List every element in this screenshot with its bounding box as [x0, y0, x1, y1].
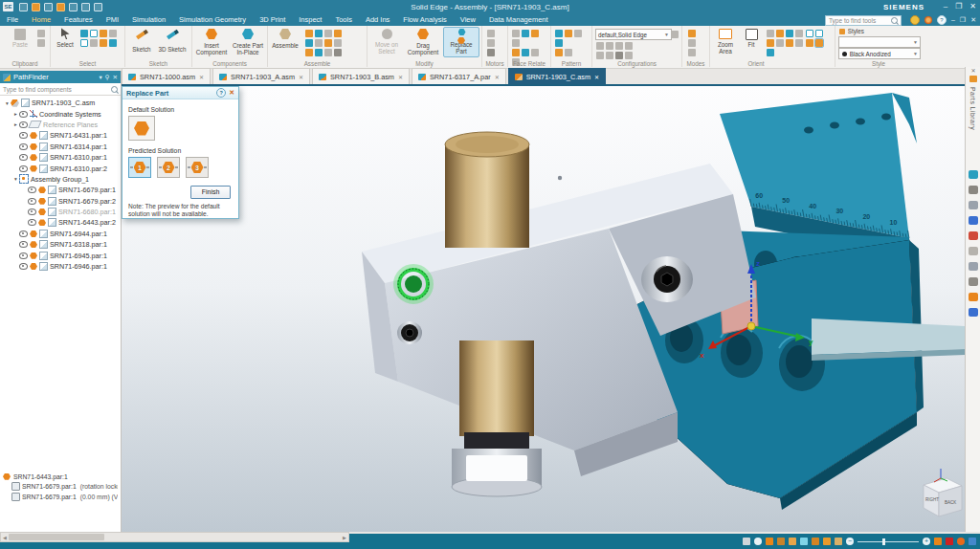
assemble-relationship-icon[interactable] [324, 39, 332, 47]
restore-button[interactable]: ❐ [955, 2, 962, 11]
zoom-select-icon[interactable] [754, 538, 762, 545]
tab-close-icon[interactable]: ✕ [495, 74, 500, 80]
visibility-eye-icon[interactable] [19, 165, 28, 172]
assemble-relationship-icon[interactable] [324, 30, 332, 37]
settings-icon[interactable] [69, 3, 78, 11]
simplify-icon[interactable] [969, 262, 978, 271]
help-icon[interactable]: ? [937, 15, 947, 25]
rotary-motor-icon[interactable] [487, 30, 495, 37]
select-prior-icon[interactable] [100, 30, 107, 37]
orient-view-icon[interactable] [767, 49, 774, 56]
dimetric-view-icon[interactable] [815, 30, 823, 37]
parts-library-tab-icon[interactable] [969, 76, 977, 82]
assemble-relationship-icon[interactable] [305, 30, 313, 37]
tree-item[interactable]: SRN71-6431.par:1 [0, 130, 121, 141]
face-relate-icon[interactable] [522, 49, 529, 56]
visibility-eye-icon[interactable] [28, 198, 36, 205]
iso-view-icon[interactable] [806, 30, 813, 37]
pathfinder-collapse-icon[interactable]: ▾ [100, 74, 102, 81]
face-relate-icon[interactable] [512, 39, 520, 47]
zoom-in-icon[interactable]: + [923, 538, 930, 545]
configuration-icon[interactable] [596, 52, 604, 59]
menu-tab-data-management[interactable]: Data Management [482, 13, 555, 27]
select-all-icon[interactable] [109, 30, 117, 37]
visibility-eye-icon[interactable] [28, 187, 36, 193]
face-relate-icon[interactable] [512, 30, 520, 37]
record-icon[interactable] [946, 538, 953, 545]
finish-button[interactable]: Finish [190, 186, 231, 199]
assemble-relationship-icon[interactable] [305, 49, 313, 56]
select-mode-icon[interactable] [80, 30, 88, 37]
document-tab[interactable]: SRN71-1903_B.asm✕ [312, 68, 410, 85]
dialog-close-icon[interactable]: ✕ [229, 89, 234, 97]
menu-tab-file[interactable]: File [0, 13, 25, 27]
visibility-eye-icon[interactable] [19, 253, 28, 259]
learning-icon[interactable] [924, 16, 932, 24]
expander-icon[interactable]: ▾ [4, 100, 11, 106]
save-icon[interactable] [44, 3, 53, 11]
sketch-button[interactable]: Sketch [127, 28, 156, 54]
face-relate-icon[interactable] [512, 49, 520, 56]
pattern-icon[interactable] [555, 49, 563, 56]
view-cube[interactable]: RIGHT BACK [924, 469, 962, 516]
visibility-eye-icon[interactable] [19, 263, 28, 270]
alerts-icon[interactable] [957, 538, 965, 545]
model-mode-icon[interactable] [688, 39, 696, 47]
tree-item[interactable]: SRN71-6318.par:1 [0, 239, 121, 250]
help-icon[interactable] [969, 308, 978, 317]
menu-tab-add-ins[interactable]: Add Ins [359, 13, 396, 27]
orient-view-icon[interactable] [795, 30, 803, 37]
expander-icon[interactable]: ▾ [12, 176, 19, 182]
select-body-icon[interactable] [109, 39, 117, 47]
tree-item[interactable]: SRN71-6443.par:2 [0, 217, 121, 228]
menu-tab-view[interactable]: View [454, 13, 482, 27]
zoom-area-button[interactable]: Zoom Area [712, 28, 739, 55]
parts-library-title[interactable]: Parts Library [969, 87, 976, 130]
move-on-select-button[interactable]: Move on Select [369, 28, 404, 55]
orient-view-icon[interactable] [767, 39, 774, 47]
motor-group-icon[interactable] [487, 49, 495, 56]
tree-item[interactable]: SRN71-6679.par:2 [0, 196, 121, 207]
orient-view-icon[interactable] [786, 30, 793, 37]
document-tab[interactable]: SRN71-1903_A.asm✕ [212, 68, 310, 85]
select-clear-icon[interactable] [90, 39, 98, 47]
doc-close-button[interactable]: ✕ [970, 16, 976, 24]
configuration-icon[interactable] [596, 42, 604, 50]
shaft-bottom-part[interactable] [452, 340, 542, 496]
document-tab[interactable]: SRN71-1000.asm✕ [122, 68, 211, 85]
zoom-out-icon[interactable]: − [846, 538, 854, 545]
menu-tab-features[interactable]: Features [57, 13, 100, 27]
print-icon[interactable] [56, 3, 65, 11]
face-relate-icon[interactable] [522, 30, 529, 37]
doc-minimize-button[interactable]: – [951, 16, 955, 24]
configuration-icon[interactable] [606, 42, 613, 50]
view-style-dropdown[interactable]: ▼ [838, 36, 921, 48]
pathfinder-close-icon[interactable]: ✕ [113, 74, 118, 81]
zoom-area-icon[interactable] [766, 538, 773, 545]
fit-button[interactable]: Fit [741, 28, 762, 49]
socket-bolt-right[interactable] [641, 256, 693, 302]
assemble-relationship-icon[interactable] [334, 39, 342, 47]
close-button[interactable]: ✕ [969, 2, 976, 11]
assemble-relationship-icon[interactable] [324, 49, 332, 56]
menu-tab-inspect[interactable]: Inspect [292, 13, 328, 27]
menu-tab-simulation[interactable]: Simulation [125, 13, 172, 27]
view-style-icon[interactable] [743, 538, 750, 545]
menu-tab-simulation-geometry[interactable]: Simulation Geometry [172, 13, 253, 27]
customize-icon[interactable] [969, 186, 978, 194]
menu-tab-tools[interactable]: Tools [328, 13, 359, 27]
tree-item[interactable]: SRN71-6310.par:1 [0, 152, 121, 163]
pathfinder-header[interactable]: PathFinder ▾ ⚲ ✕ [0, 71, 121, 83]
visibility-eye-icon[interactable] [19, 241, 28, 248]
orient-view-icon[interactable] [795, 39, 803, 47]
undo-icon[interactable] [81, 3, 90, 11]
select-fence-icon[interactable] [80, 39, 88, 47]
tab-close-icon[interactable]: ✕ [594, 74, 599, 80]
tree-item[interactable]: SRN71-6679.par:1 [0, 185, 121, 195]
tree-item[interactable]: SRN71-6944.par:1 [0, 229, 121, 239]
orient-view-icon[interactable] [767, 30, 774, 37]
info-icon[interactable] [969, 538, 976, 545]
assemble-relationship-icon[interactable] [315, 49, 323, 56]
menu-tab-3d-print[interactable]: 3D Print [253, 13, 292, 27]
cut-icon[interactable] [37, 39, 45, 47]
